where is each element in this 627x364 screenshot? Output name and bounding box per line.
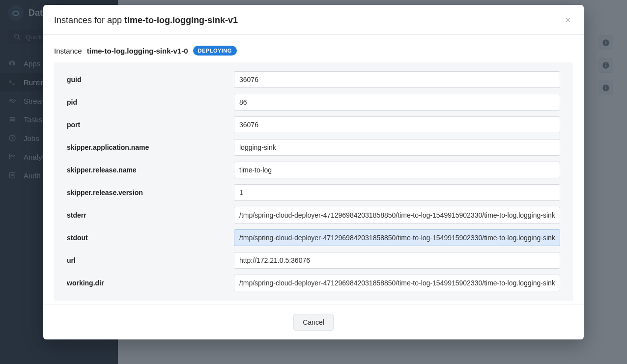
modal-header: Instances for app time-to-log.logging-si…	[43, 5, 584, 35]
detail-label: stderr	[67, 211, 224, 219]
detail-value-input[interactable]	[234, 139, 560, 156]
detail-label: working.dir	[67, 279, 224, 287]
detail-label: skipper.application.name	[67, 143, 224, 151]
detail-label: skipper.release.name	[67, 166, 224, 174]
detail-row: port	[67, 116, 560, 133]
detail-value-wrap	[234, 139, 560, 156]
instance-label: Instance	[54, 47, 82, 55]
detail-row: skipper.application.name	[67, 139, 560, 156]
detail-value-input[interactable]	[234, 275, 560, 291]
detail-row: skipper.release.name	[67, 162, 560, 178]
detail-label: stdout	[67, 234, 224, 242]
detail-value-input[interactable]	[234, 71, 560, 88]
detail-value-input[interactable]	[234, 252, 560, 269]
detail-value-wrap	[234, 275, 560, 291]
instance-name: time-to-log.logging-sink-v1-0	[87, 47, 188, 55]
close-icon: ×	[565, 14, 571, 26]
detail-row: working.dir	[67, 275, 560, 291]
modal-overlay: Instances for app time-to-log.logging-si…	[0, 0, 627, 364]
modal-app-name: time-to-log.logging-sink-v1	[124, 15, 238, 25]
modal-footer: Cancel	[43, 305, 584, 339]
detail-value-input[interactable]	[234, 116, 560, 133]
detail-value-wrap	[234, 94, 560, 111]
detail-value-wrap	[234, 116, 560, 133]
detail-row: stdout	[67, 229, 560, 246]
detail-value-wrap	[234, 184, 560, 201]
detail-value-input[interactable]	[234, 94, 560, 111]
detail-value-wrap	[234, 229, 560, 246]
detail-row: pid	[67, 94, 560, 111]
status-badge: DEPLOYING	[193, 46, 237, 56]
modal-title-prefix: Instances for app	[54, 15, 124, 25]
detail-row: skipper.release.version	[67, 184, 560, 201]
close-button[interactable]: ×	[563, 14, 573, 27]
detail-row: guid	[67, 71, 560, 88]
modal: Instances for app time-to-log.logging-si…	[43, 5, 584, 339]
detail-value-wrap	[234, 162, 560, 178]
instance-line: Instance time-to-log.logging-sink-v1-0 D…	[54, 46, 573, 56]
modal-body: Instance time-to-log.logging-sink-v1-0 D…	[43, 35, 584, 305]
detail-label: port	[67, 121, 224, 129]
detail-row: url	[67, 252, 560, 269]
detail-label: guid	[67, 76, 224, 84]
detail-value-input[interactable]	[234, 229, 560, 246]
detail-value-input[interactable]	[234, 184, 560, 201]
detail-label: url	[67, 256, 224, 264]
detail-value-input[interactable]	[234, 207, 560, 224]
detail-value-wrap	[234, 252, 560, 269]
detail-value-wrap	[234, 71, 560, 88]
cancel-button[interactable]: Cancel	[293, 314, 334, 331]
details-panel: guidpidportskipper.application.nameskipp…	[54, 62, 573, 301]
detail-value-wrap	[234, 207, 560, 224]
detail-value-input[interactable]	[234, 162, 560, 178]
modal-title: Instances for app time-to-log.logging-si…	[54, 15, 238, 26]
detail-label: pid	[67, 98, 224, 106]
detail-row: stderr	[67, 207, 560, 224]
detail-label: skipper.release.version	[67, 189, 224, 196]
